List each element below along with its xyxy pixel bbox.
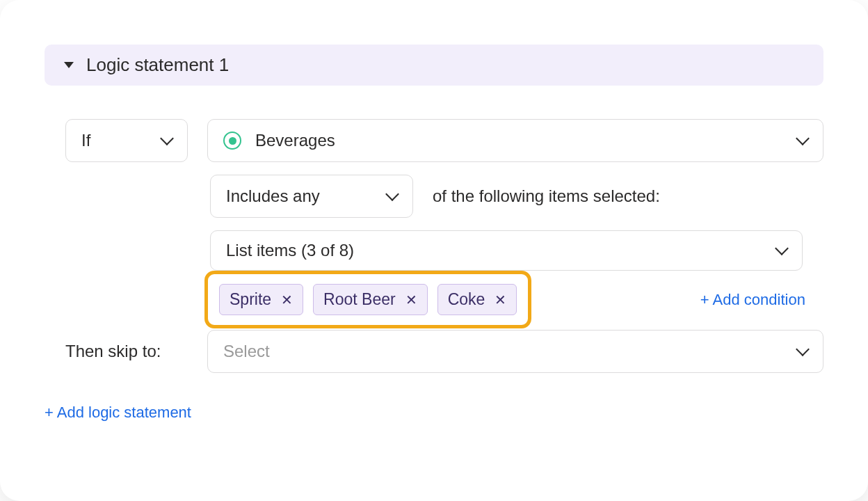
chevron-down-icon (160, 132, 174, 145)
chip-item: Coke ✕ (437, 284, 517, 315)
then-placeholder: Select (223, 342, 270, 361)
caret-down-icon (64, 62, 74, 68)
match-mode-dropdown[interactable]: Includes any (210, 175, 413, 218)
match-row: Includes any of the following items sele… (210, 175, 823, 218)
list-items-container: List items (3 of 8) (210, 230, 803, 271)
match-suffix-text: of the following items selected: (433, 186, 660, 206)
close-icon[interactable]: ✕ (405, 293, 417, 307)
close-icon[interactable]: ✕ (495, 293, 506, 307)
list-items-label: List items (3 of 8) (226, 241, 354, 260)
source-label: Beverages (255, 131, 335, 150)
if-label: If (81, 131, 90, 150)
chip-label: Root Beer (323, 290, 396, 309)
close-icon[interactable]: ✕ (281, 293, 293, 307)
chip-item: Sprite ✕ (219, 284, 303, 315)
if-row: If Beverages (45, 119, 823, 162)
match-mode-label: Includes any (226, 186, 320, 206)
chevron-down-icon (796, 342, 810, 356)
add-condition-link[interactable]: + Add condition (700, 291, 805, 309)
then-target-dropdown[interactable]: Select (207, 330, 823, 373)
statement-header[interactable]: Logic statement 1 (45, 45, 823, 86)
chip-label: Sprite (230, 290, 271, 309)
chevron-down-icon (385, 187, 399, 201)
statement-title: Logic statement 1 (86, 54, 229, 76)
add-logic-statement-link[interactable]: + Add logic statement (45, 404, 823, 422)
source-dropdown[interactable]: Beverages (207, 119, 823, 162)
chevron-down-icon (796, 132, 810, 145)
chevron-down-icon (775, 241, 789, 255)
chip-label: Coke (448, 290, 485, 309)
logic-card: Logic statement 1 If Beverages Includes … (0, 0, 868, 501)
if-dropdown[interactable]: If (65, 119, 188, 162)
radio-icon (223, 132, 241, 150)
then-label: Then skip to: (65, 342, 188, 361)
selected-chips-highlight: Sprite ✕ Root Beer ✕ Coke ✕ (204, 271, 531, 328)
list-items-dropdown[interactable]: List items (3 of 8) (211, 231, 802, 270)
chip-item: Root Beer ✕ (313, 284, 428, 315)
then-row: Then skip to: Select (45, 330, 823, 373)
